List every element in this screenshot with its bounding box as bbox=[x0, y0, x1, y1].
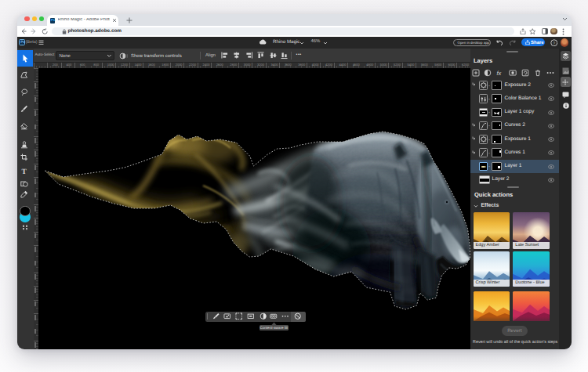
svg-text:fx: fx bbox=[496, 70, 501, 77]
svg-text:?: ? bbox=[553, 41, 555, 45]
svg-text:T: T bbox=[21, 168, 27, 175]
